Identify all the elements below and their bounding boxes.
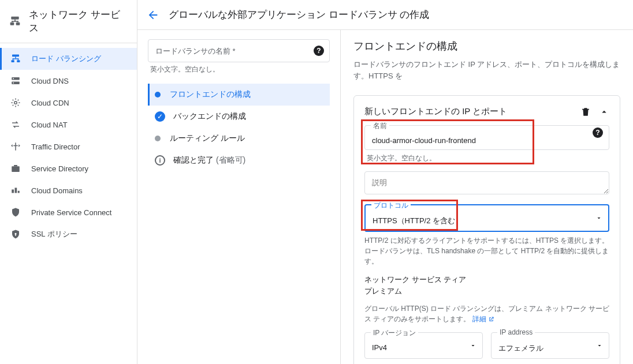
section-desc: ロードバランサのフロントエンド IP アドレス、ポート、プロトコルを構成します。… xyxy=(353,59,620,81)
svg-rect-21 xyxy=(12,190,14,193)
learn-more-link[interactable]: 詳細 xyxy=(472,315,494,323)
load-balancing-icon xyxy=(9,54,22,64)
svg-rect-20 xyxy=(14,165,17,166)
cdn-icon xyxy=(9,97,22,108)
sidebar-item-cloud-nat[interactable]: Cloud NAT xyxy=(0,114,137,136)
ip-version-select[interactable]: IP バージョン IPv4 xyxy=(364,332,483,359)
chevron-down-icon xyxy=(470,342,476,349)
step-label: バックエンドの構成 xyxy=(173,111,246,122)
svg-rect-1 xyxy=(10,22,14,25)
steps-list: フロントエンドの構成 ✓ バックエンドの構成 ルーティング ルール i 確認と完… xyxy=(148,84,330,171)
delete-button[interactable] xyxy=(580,107,591,117)
sidebar-item-label: ロード バランシング xyxy=(31,54,101,64)
step-backend[interactable]: ✓ バックエンドの構成 xyxy=(148,106,330,127)
main: グローバルな外部アプリケーション ロードバランサ の作成 ? 英小文字。空白なし… xyxy=(137,0,633,364)
sidebar-item-service-directory[interactable]: Service Directory xyxy=(0,157,137,179)
protocol-select[interactable]: プロトコル HTTPS（HTTP/2 を含む） xyxy=(364,204,609,232)
card-title: 新しいフロントエンドの IP とポート xyxy=(364,106,507,117)
svg-rect-5 xyxy=(12,21,13,22)
ipver-label: IP バージョン xyxy=(371,328,418,338)
ip-row: IP バージョン IPv4 IP address エフェメラル xyxy=(364,332,609,359)
grey-dot-icon xyxy=(155,136,161,141)
sidebar-item-label: SSL ポリシー xyxy=(31,229,77,239)
sidebar-item-cloud-dns[interactable]: Cloud DNS xyxy=(0,70,137,92)
svg-rect-8 xyxy=(12,60,14,62)
svg-rect-12 xyxy=(13,58,14,60)
ip-address-select[interactable]: IP address エフェメラル xyxy=(491,332,609,359)
svg-rect-25 xyxy=(15,234,16,236)
frontend-name-input-wrap: 名前 cloud-armor-cloud-run-frontend ? xyxy=(364,125,609,150)
config-steps-panel: ? 英小文字。空白なし。 フロントエンドの構成 ✓ バックエンドの構成 ルーティ… xyxy=(137,30,341,364)
frontend-name-input[interactable]: cloud-armor-cloud-run-frontend xyxy=(372,136,602,145)
ipaddr-value: エフェメラル xyxy=(498,343,602,354)
svg-rect-4 xyxy=(12,21,18,22)
frontend-name-field: 名前 cloud-armor-cloud-run-frontend ? 英小文字… xyxy=(364,125,609,163)
step-review[interactable]: i 確認と完了 (省略可) xyxy=(148,149,330,171)
lb-name-input[interactable] xyxy=(148,39,330,62)
check-icon: ✓ xyxy=(155,111,165,122)
sidebar-item-load-balancing[interactable]: ロード バランシング xyxy=(0,48,137,70)
info-icon: i xyxy=(155,155,165,166)
help-icon[interactable]: ? xyxy=(593,133,603,143)
sidebar-item-label: Private Service Connect xyxy=(31,208,111,217)
back-button[interactable] xyxy=(147,9,159,21)
collapse-button[interactable] xyxy=(599,107,609,117)
description-input[interactable] xyxy=(364,171,609,194)
svg-rect-6 xyxy=(17,21,18,22)
section-title: フロントエンドの構成 xyxy=(353,39,620,53)
active-dot-icon xyxy=(155,92,161,97)
svg-rect-2 xyxy=(16,22,20,25)
traffic-director-icon xyxy=(9,141,22,152)
svg-rect-13 xyxy=(18,58,19,60)
protocol-field: プロトコル HTTPS（HTTP/2 を含む） HTTP/2 に対応するクライア… xyxy=(364,204,609,267)
svg-point-17 xyxy=(13,82,14,84)
step-routing[interactable]: ルーティング ルール xyxy=(148,127,330,149)
description-field xyxy=(364,171,609,196)
step-optional: (省略可) xyxy=(216,155,245,164)
ssl-icon xyxy=(9,229,22,239)
svg-rect-23 xyxy=(18,191,20,193)
network-icon xyxy=(9,16,21,27)
dns-icon xyxy=(9,76,22,86)
nat-icon xyxy=(9,119,22,130)
sidebar-item-ssl-policy[interactable]: SSL ポリシー xyxy=(0,223,137,245)
sidebar-item-cloud-domains[interactable]: Cloud Domains xyxy=(0,179,137,201)
svg-rect-14 xyxy=(12,77,20,80)
sidebar-item-label: Cloud NAT xyxy=(31,121,68,129)
protocol-label: プロトコル xyxy=(371,201,411,211)
sidebar-item-private-service-connect[interactable]: Private Service Connect xyxy=(0,201,137,223)
sidebar-title: ネットワーク サービス xyxy=(29,8,128,35)
lb-name-hint: 英小文字。空白なし。 xyxy=(150,65,327,74)
step-label: ルーティング ルール xyxy=(170,133,245,144)
svg-rect-15 xyxy=(12,82,20,85)
sidebar-item-traffic-director[interactable]: Traffic Director xyxy=(0,136,137,157)
sidebar-item-cloud-cdn[interactable]: Cloud CDN xyxy=(0,92,137,114)
svg-point-18 xyxy=(14,102,17,104)
protocol-value: HTTPS（HTTP/2 を含む） xyxy=(373,216,601,226)
help-icon[interactable]: ? xyxy=(314,46,324,56)
sidebar-item-label: Cloud DNS xyxy=(31,77,69,85)
topbar: グローバルな外部アプリケーション ロードバランサ の作成 xyxy=(137,0,633,30)
frontend-name-hint: 英小文字。空白なし。 xyxy=(367,153,607,163)
sidebar-item-label: Cloud Domains xyxy=(31,186,83,195)
step-label: 確認と完了 xyxy=(173,155,214,164)
sidebar-header: ネットワーク サービス xyxy=(0,0,137,43)
domains-icon xyxy=(9,185,22,196)
svg-point-16 xyxy=(13,78,14,79)
step-label: フロントエンドの構成 xyxy=(170,89,251,100)
ipaddr-label: IP address xyxy=(497,328,535,336)
chevron-down-icon xyxy=(595,215,602,222)
svg-rect-0 xyxy=(11,17,18,20)
lb-name-group: ? xyxy=(148,39,330,62)
shield-icon xyxy=(9,207,22,217)
service-directory-icon xyxy=(9,163,22,174)
tier-hint: グローバル HTTP(S) ロード バランシングは、プレミアム ネットワーク サ… xyxy=(364,303,609,324)
sidebar: ネットワーク サービス ロード バランシング Cloud DNS Cloud C… xyxy=(0,0,137,364)
frontend-config-panel: フロントエンドの構成 ロードバランサのフロントエンド IP アドレス、ポート、プ… xyxy=(341,30,633,364)
svg-rect-7 xyxy=(12,55,19,57)
name-label: 名前 xyxy=(371,121,389,131)
svg-rect-10 xyxy=(15,57,16,58)
step-frontend[interactable]: フロントエンドの構成 xyxy=(148,84,330,106)
ipver-value: IPv4 xyxy=(372,343,475,352)
tier-label: ネットワーク サービス ティア xyxy=(364,275,609,285)
